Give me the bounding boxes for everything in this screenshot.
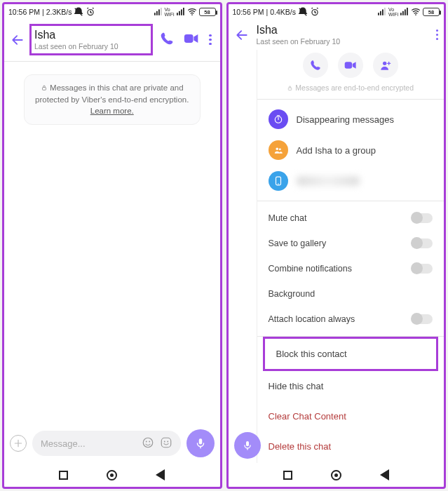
- info-header: Isha Last seen on February 10: [229, 20, 444, 50]
- chat-body[interactable]: [4, 125, 220, 424]
- lock-icon: [41, 83, 50, 92]
- phone-number-item[interactable]: [257, 166, 444, 196]
- nav-recents[interactable]: [59, 471, 68, 480]
- emoji-button[interactable]: [142, 436, 154, 451]
- svg-point-17: [167, 440, 168, 442]
- more-menu-button[interactable]: [209, 34, 212, 46]
- svg-rect-6: [179, 11, 180, 15]
- more-menu-button[interactable]: [436, 29, 439, 41]
- status-bar: 10:56 PM | 0.4KB/s VoWiFi: [229, 4, 444, 20]
- info-section: Disappearing messages Add Isha to a grou…: [257, 99, 444, 201]
- mute-chat-toggle[interactable]: Mute chat: [257, 206, 444, 231]
- svg-rect-15: [161, 438, 171, 448]
- item-label: Disappearing messages: [297, 114, 394, 125]
- svg-rect-29: [344, 62, 351, 69]
- svg-rect-2: [156, 11, 158, 15]
- nav-home[interactable]: [107, 470, 117, 480]
- save-to-gallery-toggle[interactable]: Save to gallery: [257, 231, 444, 256]
- svg-rect-3: [158, 9, 160, 15]
- nav-home[interactable]: [331, 470, 341, 480]
- nav-back[interactable]: [156, 469, 165, 480]
- voice-message-button[interactable]: [186, 429, 215, 457]
- back-button[interactable]: [234, 28, 250, 42]
- block-contact-item[interactable]: Block this contact: [265, 339, 437, 369]
- alarm-icon: [86, 7, 95, 17]
- status-bar: 10:56 PM | 2.3KB/s VoWiFi: [4, 4, 220, 20]
- dnd-icon: [298, 7, 308, 17]
- message-input[interactable]: Message...: [32, 431, 181, 456]
- battery-icon: 58: [199, 8, 216, 16]
- chat-header: Isha Last seen on February 10: [4, 20, 220, 61]
- svg-rect-11: [42, 88, 46, 90]
- svg-point-30: [383, 62, 386, 65]
- signal2-icon: [177, 8, 185, 16]
- nav-back[interactable]: [380, 469, 389, 480]
- clear-chat-item[interactable]: Clear Chat Content: [257, 401, 444, 431]
- svg-point-28: [415, 14, 416, 15]
- voice-call-button[interactable]: [303, 53, 328, 78]
- message-placeholder: Message...: [41, 438, 86, 449]
- hide-chat-item[interactable]: Hide this chat: [257, 371, 444, 401]
- svg-point-16: [163, 440, 165, 442]
- svg-rect-10: [184, 34, 194, 43]
- quick-actions: [257, 50, 444, 83]
- phone-icon: [269, 171, 288, 191]
- timer-icon: [269, 109, 288, 129]
- svg-point-9: [191, 14, 193, 15]
- svg-rect-20: [378, 13, 379, 15]
- svg-rect-1: [154, 13, 156, 15]
- signal-icon: [378, 8, 386, 16]
- dnd-icon: [74, 7, 83, 17]
- volte-icon: VoWiFi: [165, 7, 175, 17]
- add-contact-button[interactable]: [373, 53, 398, 78]
- divider: [4, 61, 220, 62]
- block-contact-highlight: Block this contact: [263, 337, 439, 371]
- toggle-off-icon: [412, 264, 433, 274]
- sticker-button[interactable]: [160, 436, 172, 451]
- svg-point-33: [276, 148, 278, 151]
- combine-notifications-toggle[interactable]: Combine notifications: [257, 256, 444, 281]
- toggle-off-icon: [412, 238, 433, 248]
- video-call-button[interactable]: [338, 53, 363, 78]
- disappearing-messages-item[interactable]: Disappearing messages: [257, 104, 444, 135]
- signal2-icon: [400, 8, 409, 16]
- wifi-icon: [187, 8, 197, 16]
- svg-rect-25: [402, 11, 404, 15]
- video-call-button[interactable]: [184, 32, 199, 48]
- background-item[interactable]: Background: [257, 281, 444, 307]
- svg-rect-37: [246, 441, 249, 446]
- add-to-group-item[interactable]: Add Isha to a group: [257, 135, 444, 166]
- volte-icon: VoWiFi: [388, 7, 398, 17]
- contact-name: Isha: [257, 24, 429, 36]
- contact-title-block[interactable]: Isha Last seen on February 10: [29, 24, 153, 55]
- svg-rect-18: [198, 438, 202, 444]
- voice-call-button[interactable]: [160, 32, 174, 48]
- svg-rect-22: [382, 9, 383, 15]
- svg-rect-31: [289, 88, 292, 90]
- attach-location-toggle[interactable]: Attach location always: [257, 307, 444, 332]
- voice-message-button[interactable]: [234, 432, 261, 459]
- learn-more-link[interactable]: Learn more.: [90, 107, 134, 115]
- svg-rect-21: [380, 11, 381, 15]
- item-label: Add Isha to a group: [297, 145, 376, 156]
- message-composer: Message...: [4, 424, 220, 463]
- status-speed: 0.4KB/s: [270, 8, 296, 16]
- encryption-text: Messages in this chat are private and pr…: [35, 83, 189, 104]
- delete-chat-item[interactable]: Delete this chat: [257, 431, 444, 462]
- attach-button[interactable]: [10, 435, 27, 452]
- nav-recents[interactable]: [283, 471, 292, 480]
- setting-label: Attach location always: [269, 314, 355, 324]
- encryption-notice: Messages in this chat are private and pr…: [24, 74, 201, 125]
- svg-rect-7: [181, 9, 182, 15]
- svg-rect-23: [384, 8, 386, 15]
- setting-label: Background: [269, 289, 315, 299]
- back-button[interactable]: [10, 33, 25, 47]
- signal-icon: [154, 8, 163, 16]
- svg-rect-27: [407, 8, 408, 15]
- svg-point-13: [145, 440, 147, 442]
- svg-point-14: [149, 440, 150, 442]
- actions-section: Block this contact Hide this chat Clear …: [257, 336, 444, 462]
- contact-name: Isha: [34, 29, 145, 41]
- last-seen: Last seen on February 10: [257, 37, 429, 46]
- chat-screen: 10:56 PM | 2.3KB/s VoWiFi: [2, 2, 222, 489]
